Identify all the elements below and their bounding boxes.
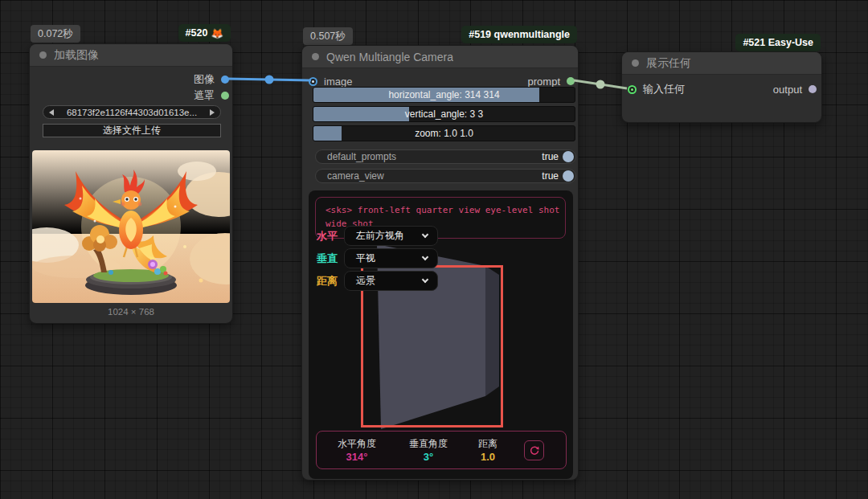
collapse-dot-icon[interactable] <box>312 53 319 60</box>
output-port-output[interactable]: output <box>773 82 817 96</box>
chevron-down-icon <box>422 276 428 283</box>
node-title: 展示任何 <box>646 56 691 71</box>
toggle-knob[interactable] <box>563 151 574 162</box>
horizontal-select[interactable]: 左前方视角 <box>344 226 438 246</box>
stat-distance: 距离 1.0 <box>464 437 512 464</box>
chevron-down-icon <box>422 231 428 238</box>
horizontal-select-row: 水平 左前方视角 <box>309 226 573 246</box>
phoenix-illustration <box>32 150 230 303</box>
output-port-mask[interactable]: 遮罩 <box>194 88 229 103</box>
slider-zoom[interactable]: zoom: 1.0 1.0 <box>313 125 575 141</box>
node-load-image[interactable]: 加载图像 图像 遮罩 68173f2e1126f44303d01613e... … <box>29 43 233 324</box>
upload-file-button[interactable]: 选择文件上传 <box>43 124 221 137</box>
next-arrow-icon[interactable] <box>210 109 215 116</box>
filename-combo[interactable]: 68173f2e1126f44303d01613e... <box>43 105 221 119</box>
execution-time-badge: 0.072秒 <box>31 25 80 43</box>
collapse-dot-icon[interactable] <box>39 51 47 59</box>
chevron-down-icon <box>422 254 428 260</box>
port-dot-mask[interactable] <box>221 92 229 100</box>
vertical-label: 垂直 <box>317 248 338 268</box>
reset-icon <box>529 445 540 456</box>
distance-label: 距离 <box>317 271 338 291</box>
image-preview-phoenix <box>32 150 230 303</box>
link-prompt-to-showany[interactable] <box>574 80 627 89</box>
camera-widget-panel: <sks> front-left quarter view eye-level … <box>309 190 573 479</box>
link-midpoint-dot[interactable] <box>265 76 274 84</box>
node-id-badge: #520🦊 <box>178 24 231 42</box>
vertical-select[interactable]: 平视 <box>344 248 438 268</box>
port-dot-output[interactable] <box>809 85 817 93</box>
toggle-default-prompts[interactable]: default_prompts true <box>315 149 576 164</box>
output-port-image[interactable]: 图像 <box>194 72 229 87</box>
node-graph-canvas[interactable]: 0.072秒 #520🦊 0.507秒 #519 qwenmultiangle … <box>0 0 868 499</box>
vertical-select-row: 垂直 平视 <box>309 248 573 268</box>
node-id-badge: #521 Easy-Use <box>735 34 821 51</box>
distance-select-row: 距离 远景 <box>309 271 573 291</box>
toggle-knob[interactable] <box>563 170 574 182</box>
node-title: Qwen Multiangle Camera <box>326 51 453 63</box>
input-port-anything[interactable]: 输入任何 <box>628 82 685 96</box>
image-size-caption: 1024 × 768 <box>30 307 232 317</box>
port-dot-anything-input[interactable] <box>628 85 637 94</box>
port-dot-image-input[interactable] <box>309 77 317 86</box>
toggle-camera-view[interactable]: camera_view true <box>315 169 576 183</box>
node-header[interactable]: 展示任何 <box>622 52 821 75</box>
slider-horizontal-angle[interactable]: horizontal_angle: 314 314 <box>313 87 575 103</box>
node-qwen-multiangle-camera[interactable]: Qwen Multiangle Camera image prompt hori… <box>301 45 579 481</box>
filename-value: 68173f2e1126f44303d01613e... <box>54 108 210 117</box>
node-show-any[interactable]: 展示任何 输入任何 output <box>621 51 822 123</box>
horizontal-label: 水平 <box>317 226 338 246</box>
execution-time-badge: 0.507秒 <box>303 27 353 45</box>
slider-vertical-angle[interactable]: vertical_angle: 3 3 <box>313 106 575 122</box>
node-title: 加载图像 <box>54 48 99 63</box>
collapse-dot-icon[interactable] <box>632 59 639 67</box>
stat-vertical-angle: 垂直角度 3° <box>396 437 461 464</box>
node-id-badge: #519 qwenmultiangle <box>461 26 577 43</box>
fox-icon: 🦊 <box>211 27 223 39</box>
port-dot-image[interactable] <box>221 76 229 84</box>
node-header[interactable]: Qwen Multiangle Camera <box>302 46 578 68</box>
camera-stats-bar: 水平角度 314° 垂直角度 3° 距离 1.0 <box>316 431 567 469</box>
stat-horizontal-angle: 水平角度 314° <box>325 437 389 464</box>
link-midpoint-dot[interactable] <box>596 80 605 89</box>
port-dot-prompt[interactable] <box>567 77 575 85</box>
distance-select[interactable]: 远景 <box>344 271 438 291</box>
node-header[interactable]: 加载图像 <box>30 44 232 67</box>
link-image-to-camera[interactable] <box>227 76 311 84</box>
reset-camera-button[interactable] <box>524 440 544 460</box>
